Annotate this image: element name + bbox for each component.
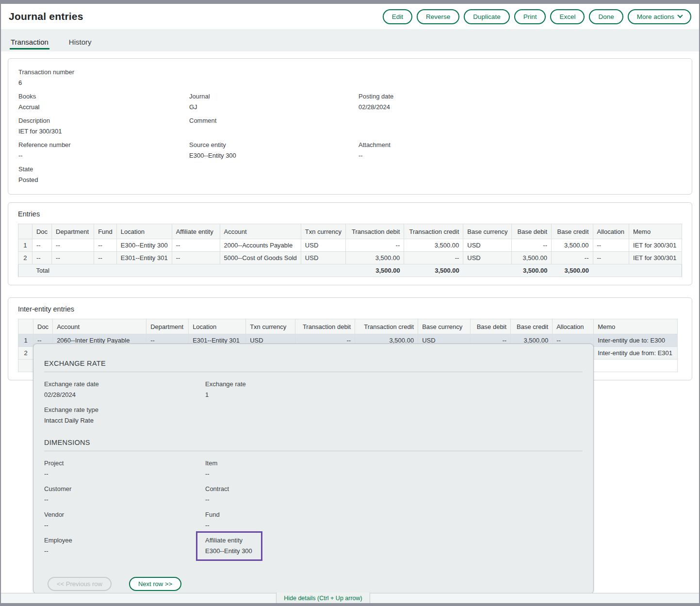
dimensions-heading: DIMENSIONS [44,439,583,446]
print-button[interactable]: Print [514,9,546,24]
entries-total-label: Total [32,264,345,277]
tab-history[interactable]: History [68,33,93,51]
next-row-button[interactable]: Next row >> [129,577,181,591]
entries-total-row: Total 3,500.00 3,500.00 3,500.00 3,500.0… [18,264,682,277]
contract-value: -- [205,496,583,503]
vendor-value: -- [44,522,205,529]
col-location: Location [116,224,172,239]
item-label: Item [205,459,583,467]
col-department: Department [147,319,189,334]
employee-field: Employee -- [44,537,205,561]
comment-field: Comment [189,117,358,135]
exchange-rate-value: 1 [205,391,583,398]
col-account: Account [53,319,147,334]
exchange-rate-heading: EXCHANGE RATE [44,360,583,367]
exchange-rate-date-field: Exchange rate date 02/28/2024 [44,380,205,400]
entries-card: Entries Doc Department Fund Location Aff… [8,202,692,285]
col-affiliate-entity: Affiliate entity [172,224,220,239]
posting-date-value: 02/28/2024 [358,103,682,111]
col-memo: Memo [594,319,678,334]
col-doc: Doc [33,319,53,334]
attachment-label: Attachment [358,141,682,148]
duplicate-button[interactable]: Duplicate [464,9,509,24]
col-transaction-credit: Transaction credit [404,224,463,239]
customer-label: Customer [44,485,205,492]
project-value: -- [44,470,205,477]
transaction-number-value: 6 [18,79,189,86]
exchange-rate-date-label: Exchange rate date [44,380,205,388]
state-label: State [18,165,189,173]
inter-entity-title: Inter-entity entries [18,305,682,313]
reference-number-label: Reference number [18,141,189,148]
more-actions-button[interactable]: More actions [628,9,691,24]
col-fund: Fund [94,224,117,239]
fund-value: -- [205,522,583,529]
table-row[interactable]: 1 -- -- -- E300--Entity 300 -- 2000--Acc… [18,239,682,252]
excel-button[interactable]: Excel [550,9,585,24]
affiliate-entity-value: E300--Entity 300 [205,547,252,555]
entries-total-transaction-credit: 3,500.00 [404,264,463,277]
app-window: Journal entries Edit Reverse Duplicate P… [0,0,700,606]
edit-button[interactable]: Edit [383,9,412,24]
books-field: Books Accrual [18,93,189,111]
col-transaction-credit: Transaction credit [355,319,418,334]
col-base-credit: Base credit [552,224,593,239]
employee-value: -- [44,547,205,555]
source-entity-label: Source entity [189,141,358,148]
table-row[interactable]: 2 -- -- -- E301--Entity 301 -- 5000--Cos… [18,252,682,264]
description-label: Description [18,117,189,124]
books-label: Books [18,93,189,100]
fund-field: Fund -- [205,511,583,530]
attachment-field: Attachment -- [358,141,682,159]
col-txn-currency: Txn currency [301,224,345,239]
state-value: Posted [18,176,189,183]
posting-date-field: Posting date 02/28/2024 [358,93,682,111]
col-allocation: Allocation [593,224,629,239]
project-label: Project [44,459,205,467]
exchange-rate-date-value: 02/28/2024 [44,391,205,398]
entries-total-base-credit: 3,500.00 [552,264,593,277]
customer-value: -- [44,496,205,503]
col-base-currency: Base currency [463,224,512,239]
affiliate-entity-highlight-box: Affiliate entity E300--Entity 300 [196,531,262,561]
journal-field: Journal GJ [189,93,358,111]
done-button[interactable]: Done [589,9,623,24]
journal-label: Journal [189,93,358,100]
reference-number-value: -- [18,152,189,159]
col-location: Location [189,319,246,334]
previous-row-button[interactable]: << Previous row [48,577,112,591]
fund-label: Fund [205,511,583,518]
hide-details-tab[interactable]: Hide details (Ctrl + Up arrow) [276,592,370,604]
description-field: Description IET for 300/301 [18,117,189,135]
col-memo: Memo [629,224,682,239]
col-rownum [18,224,33,239]
tab-bar: Transaction History [1,29,699,51]
description-value: IET for 300/301 [18,128,189,135]
col-transaction-debit: Transaction debit [346,224,404,239]
page-header: Journal entries Edit Reverse Duplicate P… [1,4,699,29]
exchange-rate-type-field: Exchange rate type Intacct Daily Rate [44,406,205,426]
col-account: Account [220,224,301,239]
contract-field: Contract -- [205,485,583,505]
transaction-info-card: Transaction number 6 Books Accrual Journ… [8,58,692,195]
col-rownum [18,319,33,334]
divider [44,451,583,451]
col-base-currency: Base currency [418,319,471,334]
col-base-credit: Base credit [511,319,553,334]
entries-header-row: Doc Department Fund Location Affiliate e… [18,224,682,239]
details-bottom-bar: Hide details (Ctrl + Up arrow) [1,593,699,603]
contract-label: Contract [205,485,583,492]
reverse-button[interactable]: Reverse [417,9,459,24]
action-toolbar: Edit Reverse Duplicate Print Excel Done … [383,9,691,24]
attachment-value: -- [358,152,682,159]
col-base-debit: Base debit [471,319,511,334]
comment-value [189,128,358,135]
item-value: -- [205,470,583,477]
tab-transaction[interactable]: Transaction [10,33,49,51]
exchange-rate-label: Exchange rate [205,380,583,388]
col-transaction-debit: Transaction debit [295,319,355,334]
customer-field: Customer -- [44,485,205,505]
entries-table: Doc Department Fund Location Affiliate e… [18,224,682,277]
col-allocation: Allocation [553,319,594,334]
source-entity-field: Source entity E300--Entity 300 [189,141,358,159]
